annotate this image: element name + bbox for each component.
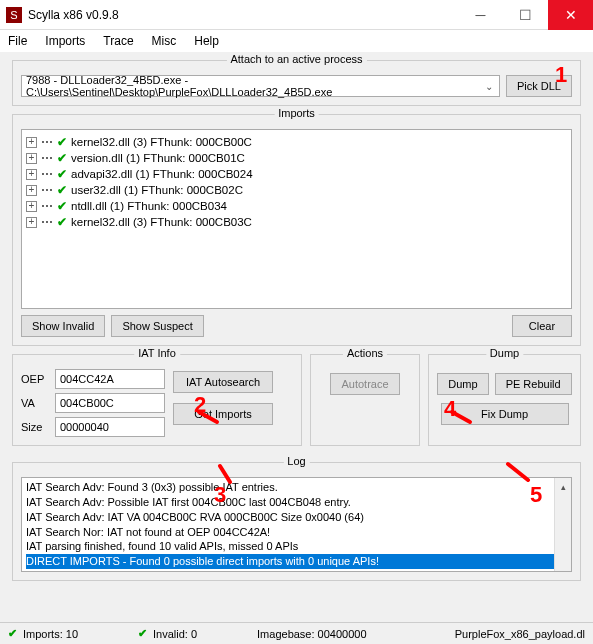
check-icon: ✔ [138, 627, 147, 640]
check-icon: ✔ [57, 135, 67, 149]
check-icon: ✔ [57, 151, 67, 165]
imports-title: Imports [274, 107, 319, 119]
status-imagebase: Imagebase: 00400000 [257, 628, 366, 640]
log-line-selected: DIRECT IMPORTS - Found 0 possible direct… [26, 554, 567, 569]
show-invalid-button[interactable]: Show Invalid [21, 315, 105, 337]
dump-title: Dump [486, 347, 523, 359]
actions-title: Actions [343, 347, 387, 359]
check-icon: ✔ [8, 627, 17, 640]
menu-imports[interactable]: Imports [45, 34, 85, 48]
check-icon: ✔ [57, 167, 67, 181]
log-line: IAT parsing finished, found 10 valid API… [26, 539, 567, 554]
actions-group: Actions Autotrace [310, 354, 420, 446]
imports-group: Imports +⋯✔kernel32.dll (3) FThunk: 000C… [12, 114, 581, 346]
attach-title: Attach to an active process [226, 53, 366, 65]
minimize-button[interactable]: ─ [458, 0, 503, 30]
app-title: Scylla x86 v0.9.8 [28, 8, 458, 22]
dump-group: Dump Dump PE Rebuild Fix Dump [428, 354, 581, 446]
statusbar: ✔Imports: 10 ✔Invalid: 0 Imagebase: 0040… [0, 622, 593, 644]
menubar: File Imports Trace Misc Help [0, 30, 593, 52]
expand-icon[interactable]: + [26, 153, 37, 164]
log-line: IAT Search Adv: Found 3 (0x3) possible I… [26, 480, 567, 495]
process-select-value: 7988 - DLLLoader32_4B5D.exe - C:\Users\S… [26, 74, 483, 98]
dump-button[interactable]: Dump [437, 373, 488, 395]
expand-icon[interactable]: + [26, 201, 37, 212]
check-icon: ✔ [57, 199, 67, 213]
oep-input[interactable] [55, 369, 165, 389]
status-invalid: Invalid: 0 [153, 628, 197, 640]
tree-label: user32.dll (1) FThunk: 000CB02C [71, 184, 243, 196]
oep-label: OEP [21, 373, 49, 385]
iat-title: IAT Info [134, 347, 180, 359]
window-controls: ─ ☐ ✕ [458, 0, 593, 29]
tree-label: advapi32.dll (1) FThunk: 000CB024 [71, 168, 253, 180]
client-area: Attach to an active process 7988 - DLLLo… [0, 52, 593, 597]
tree-row[interactable]: +⋯✔advapi32.dll (1) FThunk: 000CB024 [26, 166, 567, 182]
pick-dll-button[interactable]: Pick DLL [506, 75, 572, 97]
tree-label: ntdll.dll (1) FThunk: 000CB034 [71, 200, 227, 212]
tree-row[interactable]: +⋯✔user32.dll (1) FThunk: 000CB02C [26, 182, 567, 198]
expand-icon[interactable]: + [26, 217, 37, 228]
tree-row[interactable]: +⋯✔kernel32.dll (3) FThunk: 000CB03C [26, 214, 567, 230]
tree-row[interactable]: +⋯✔ntdll.dll (1) FThunk: 000CB034 [26, 198, 567, 214]
chevron-down-icon: ⌄ [483, 81, 495, 92]
iat-info-group: IAT Info OEP VA Size [12, 354, 302, 446]
log-group: Log IAT Search Adv: Found 3 (0x3) possib… [12, 462, 581, 581]
pe-rebuild-button[interactable]: PE Rebuild [495, 373, 572, 395]
log-line: IAT Search Adv: IAT VA 004CB00C RVA 000C… [26, 510, 567, 525]
expand-icon[interactable]: + [26, 185, 37, 196]
maximize-button[interactable]: ☐ [503, 0, 548, 30]
process-select[interactable]: 7988 - DLLLoader32_4B5D.exe - C:\Users\S… [21, 75, 500, 97]
scroll-up-icon[interactable]: ▴ [555, 478, 571, 495]
tree-row[interactable]: +⋯✔version.dll (1) FThunk: 000CB01C [26, 150, 567, 166]
titlebar: S Scylla x86 v0.9.8 ─ ☐ ✕ [0, 0, 593, 30]
check-icon: ✔ [57, 215, 67, 229]
autotrace-button[interactable]: Autotrace [330, 373, 399, 395]
close-button[interactable]: ✕ [548, 0, 593, 30]
imports-tree[interactable]: +⋯✔kernel32.dll (3) FThunk: 000CB00C +⋯✔… [21, 129, 572, 309]
tree-label: kernel32.dll (3) FThunk: 000CB00C [71, 136, 252, 148]
log-box[interactable]: IAT Search Adv: Found 3 (0x3) possible I… [21, 477, 572, 572]
menu-file[interactable]: File [8, 34, 27, 48]
va-label: VA [21, 397, 49, 409]
show-suspect-button[interactable]: Show Suspect [111, 315, 203, 337]
size-input[interactable] [55, 417, 165, 437]
status-imports: Imports: 10 [23, 628, 78, 640]
iat-autosearch-button[interactable]: IAT Autosearch [173, 371, 273, 393]
size-label: Size [21, 421, 49, 433]
tree-label: version.dll (1) FThunk: 000CB01C [71, 152, 245, 164]
log-line: IAT Search Nor: IAT not found at OEP 004… [26, 525, 567, 540]
log-title: Log [283, 455, 309, 467]
check-icon: ✔ [57, 183, 67, 197]
app-icon: S [6, 7, 22, 23]
scrollbar-vertical[interactable]: ▴ [554, 478, 571, 571]
clear-button[interactable]: Clear [512, 315, 572, 337]
status-filename: PurpleFox_x86_payload.dl [455, 628, 585, 640]
expand-icon[interactable]: + [26, 137, 37, 148]
va-input[interactable] [55, 393, 165, 413]
expand-icon[interactable]: + [26, 169, 37, 180]
get-imports-button[interactable]: Get Imports [173, 403, 273, 425]
menu-misc[interactable]: Misc [152, 34, 177, 48]
menu-trace[interactable]: Trace [103, 34, 133, 48]
tree-row[interactable]: +⋯✔kernel32.dll (3) FThunk: 000CB00C [26, 134, 567, 150]
attach-group: Attach to an active process 7988 - DLLLo… [12, 60, 581, 106]
fix-dump-button[interactable]: Fix Dump [441, 403, 569, 425]
log-line: IAT Search Adv: Possible IAT first 004CB… [26, 495, 567, 510]
tree-label: kernel32.dll (3) FThunk: 000CB03C [71, 216, 252, 228]
menu-help[interactable]: Help [194, 34, 219, 48]
